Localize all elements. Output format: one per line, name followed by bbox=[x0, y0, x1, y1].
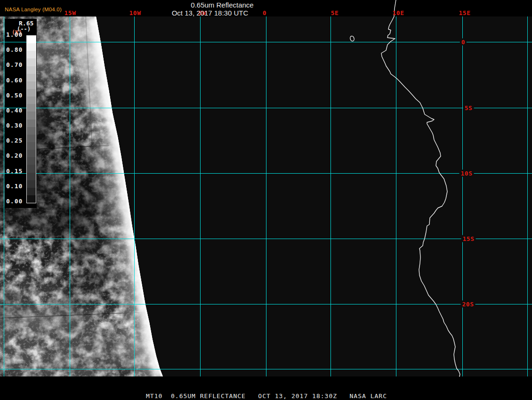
legend-bar-step bbox=[27, 150, 36, 157]
legend-bar-step bbox=[27, 89, 36, 96]
legend-value-0.25: 0.25 bbox=[6, 137, 26, 144]
legend-value-0.60: 0.60 bbox=[6, 77, 26, 84]
legend-bar-step bbox=[27, 188, 36, 195]
lon-label-15e: 15E bbox=[459, 9, 471, 16]
footer-caption: MT10 0.65UM REFLECTANCE OCT 13, 2017 18:… bbox=[146, 392, 387, 400]
legend-value-0.40: 0.40 bbox=[6, 107, 26, 114]
product-title: 0.65um Reflectance bbox=[191, 1, 253, 9]
legend-bar-step bbox=[27, 112, 36, 119]
satellite-quicklook: 15W10W5W05E10E15E NASA Langley (M04.0) 0… bbox=[0, 0, 532, 400]
legend-grayscale-bar bbox=[26, 35, 36, 203]
legend-value-0.30: 0.30 bbox=[6, 122, 26, 129]
lon-label-15w: 15W bbox=[64, 9, 76, 16]
legend-value-0.00: 0.00 bbox=[6, 198, 26, 205]
legend-bar-step bbox=[27, 58, 36, 66]
lon-label-5e: 5E bbox=[331, 9, 339, 16]
legend-value-0.50: 0.50 bbox=[6, 92, 26, 99]
reflectance-legend: R.65 (--) (K) 1.000.800.700.600.500.400.… bbox=[5, 19, 37, 208]
lat-label-10s: 10S bbox=[459, 170, 474, 177]
map-canvas bbox=[0, 0, 532, 400]
lon-label-10e: 10E bbox=[393, 9, 404, 16]
legend-value-0.10: 0.10 bbox=[6, 183, 26, 190]
legend-bar-step bbox=[27, 51, 36, 58]
legend-bar-step bbox=[27, 120, 36, 127]
legend-bar-step bbox=[27, 96, 36, 104]
legend-bar-step bbox=[27, 74, 36, 81]
lat-label-20s: 20S bbox=[461, 301, 476, 308]
legend-bar-step bbox=[27, 104, 36, 112]
legend-value-0.15: 0.15 bbox=[6, 168, 26, 175]
legend-bar-step bbox=[27, 173, 36, 180]
legend-bar-step bbox=[27, 36, 36, 43]
legend-bar-step bbox=[27, 66, 36, 74]
legend-bar-step bbox=[27, 157, 36, 165]
legend-value-1.00: 1.00 bbox=[6, 31, 26, 38]
legend-bar-step bbox=[27, 127, 36, 135]
legend-bar-step bbox=[27, 43, 36, 51]
legend-value-0.70: 0.70 bbox=[6, 61, 26, 68]
lon-label-10w: 10W bbox=[129, 9, 141, 16]
lat-label-15s: 15S bbox=[461, 235, 476, 242]
legend-bar-step bbox=[27, 81, 36, 89]
nasa-langley-credit: NASA Langley (M04.0) bbox=[5, 7, 62, 12]
product-datetime: Oct 13, 2017 18:30 UTC bbox=[172, 9, 249, 17]
legend-value-0.20: 0.20 bbox=[6, 152, 26, 159]
legend-value-0.80: 0.80 bbox=[6, 46, 26, 53]
lon-label-0: 0 bbox=[263, 9, 266, 16]
lat-label-0: 0 bbox=[460, 39, 467, 46]
legend-bar-step bbox=[27, 195, 36, 203]
legend-bar-step bbox=[27, 165, 36, 172]
legend-bar-step bbox=[27, 180, 36, 188]
legend-bar-step bbox=[27, 142, 36, 150]
legend-bar-step bbox=[27, 135, 36, 142]
lat-label-5s: 5S bbox=[463, 104, 474, 112]
